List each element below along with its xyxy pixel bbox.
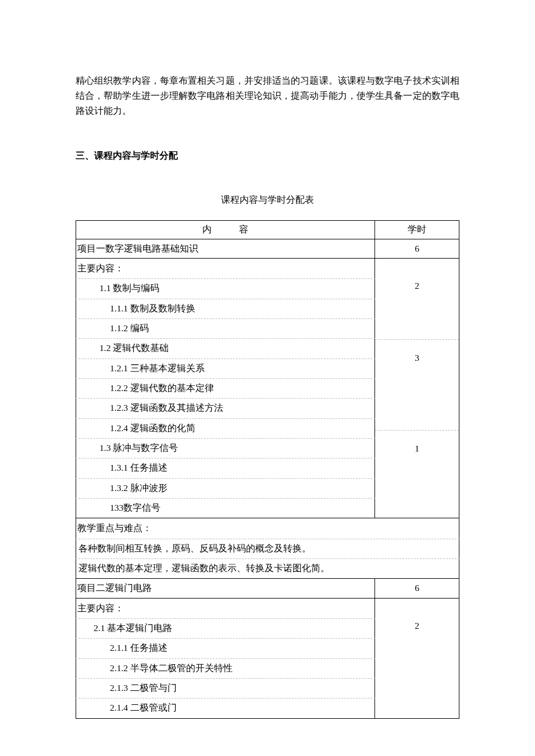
hours-2-1: 2 [375,618,459,638]
txt: 1.2.1 三种基本逻辑关系 [110,363,205,373]
table-caption: 课程内容与学时分配表 [76,192,459,207]
txt: 1.2.2 逻辑代数的基本定律 [110,383,214,393]
list-item: 主要内容： [76,259,374,278]
table-row: 项目二逻辑门电路 6 [76,579,459,598]
cell-project1-content: 主要内容： 1.1 数制与编码 1.1.1 数制及数制转换 1.1.2 编码 1… [76,258,375,518]
list-item: 2.1.1 任务描述 [76,638,374,658]
list-item: 主要内容： [76,599,374,618]
cell-project1-hours-block: 2 3 1 [375,258,459,518]
list-item: 1.2.2 逻辑代数的基本定律 [76,378,374,398]
list-item: 逻辑代数的基本定理，逻辑函数的表示、转换及卡诺图化简。 [76,558,459,578]
list-item: 1.3.2 脉冲波形 [76,478,374,498]
txt: 1.3 脉冲与数字信号 [99,443,178,453]
hours-1-3: 1 [375,431,459,450]
cell-project1: 项目一数字逻辑电路基础知识 [76,239,375,258]
list-item: 1.1.1 数制及数制转换 [76,299,374,318]
list-item: 1.2.3 逻辑函数及其描述方法 [76,398,374,418]
txt: 1.1.2 编码 [110,323,149,333]
list-item: 2.1.4 二极管或门 [76,698,374,718]
txt: 2.1.1 任务描述 [110,643,167,653]
txt: 1.1.1 数制及数制转换 [110,303,195,313]
list-keypoints: 教学重点与难点： 各种数制间相互转换，原码、反码及补码的概念及转换。 逻辑代数的… [76,518,459,578]
header-content-cell: 内容 [76,221,375,239]
header-content-right: 容 [239,224,248,234]
txt: 2.1 基本逻辑门电路 [94,623,172,633]
list-item: 教学重点与难点： [76,518,459,538]
list-project2: 主要内容： 2.1 基本逻辑门电路 2.1.1 任务描述 2.1.2 半导体二极… [76,599,374,718]
table-row: 项目一数字逻辑电路基础知识 6 [76,239,459,258]
cell-project1-hours: 6 [375,239,459,258]
list-item: 各种数制间相互转换，原码、反码及补码的概念及转换。 [76,539,459,558]
table-header-row: 内容 学时 [76,221,459,239]
list-item: 1.3 脉冲与数字信号 [76,438,374,458]
list-item: 1.2.1 三种基本逻辑关系 [76,359,374,378]
cell-project2-hours: 6 [375,579,459,598]
list-item: 1.1.2 编码 [76,318,374,338]
txt: 2.1.2 半导体二极管的开关特性 [110,663,233,673]
hours-1-2: 3 [375,340,459,360]
list-item: 133数字信号 [76,498,374,518]
table-row: 教学重点与难点： 各种数制间相互转换，原码、反码及补码的概念及转换。 逻辑代数的… [76,518,459,579]
list-item: 2.1.3 二极管与门 [76,678,374,698]
cell-project2-content: 主要内容： 2.1 基本逻辑门电路 2.1.1 任务描述 2.1.2 半导体二极… [76,598,375,718]
syllabus-table: 内容 学时 项目一数字逻辑电路基础知识 6 主要内容： 1.1 数制与编码 1.… [76,220,459,719]
txt: 2.1.4 二极管或门 [110,703,177,712]
txt: 133数字信号 [110,503,160,513]
cell-keypoints: 教学重点与难点： 各种数制间相互转换，原码、反码及补码的概念及转换。 逻辑代数的… [76,518,459,579]
list-item: 1.1 数制与编码 [76,278,374,298]
txt: 1.2 逻辑代数基础 [99,343,169,353]
list-item: 2.1.2 半导体二极管的开关特性 [76,658,374,678]
txt: 1.3.1 任务描述 [110,463,167,472]
section-heading: 三、课程内容与学时分配 [76,148,459,163]
txt: 1.1 数制与编码 [99,283,159,293]
txt: 1.2.3 逻辑函数及其描述方法 [110,403,223,413]
list-item: 1.2 逻辑代数基础 [76,338,374,358]
hours-1-1: 2 [375,278,459,298]
list-item: 2.1 基本逻辑门电路 [76,618,374,638]
list-item: 1.2.4 逻辑函数的化简 [76,418,374,438]
header-content-left: 内 [202,224,212,234]
table-row: 主要内容： 2.1 基本逻辑门电路 2.1.1 任务描述 2.1.2 半导体二极… [76,598,459,718]
txt: 2.1.3 二极管与门 [110,683,177,693]
cell-project2-hours-block: 2 [375,598,459,718]
txt: 1.3.2 脉冲波形 [110,483,167,493]
header-hours-cell: 学时 [375,221,459,239]
list-item: 1.3.1 任务描述 [76,458,374,478]
list-project1: 主要内容： 1.1 数制与编码 1.1.1 数制及数制转换 1.1.2 编码 1… [76,259,374,518]
txt: 1.2.4 逻辑函数的化简 [110,423,195,433]
table-row: 主要内容： 1.1 数制与编码 1.1.1 数制及数制转换 1.1.2 编码 1… [76,258,459,518]
cell-project2: 项目二逻辑门电路 [76,579,375,598]
intro-paragraph: 精心组织教学内容，每章布置相关习题，并安排适当的习题课。该课程与数字电子技术实训… [76,73,459,119]
